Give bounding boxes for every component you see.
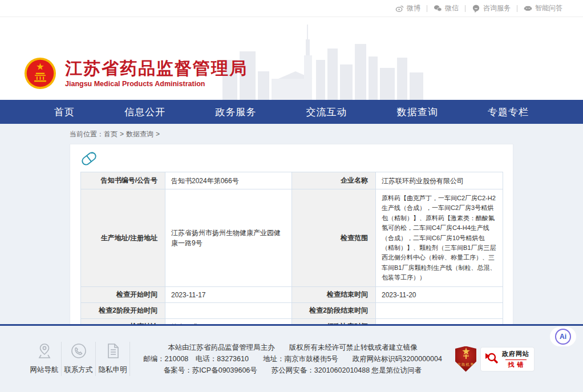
magnifier-icon <box>484 351 499 368</box>
consult-chat-icon <box>472 4 480 13</box>
inspection-detail-table: 告知书编号/公告号 告知书2024年第066号 企业名称 江苏联环药业股份有限公… <box>80 172 503 324</box>
field-label-inspection-scope: 检查范围 <box>292 189 376 287</box>
party-badge-emblem-icon <box>460 346 472 361</box>
ai-icon: Ai <box>555 329 571 345</box>
field-label-end-date: 检查结束时间 <box>292 287 376 303</box>
consult-service-link[interactable]: 咨询服务 <box>472 3 511 13</box>
breadcrumb: 当前位置：首页>数据查询> <box>70 124 513 144</box>
footer-link-site-map[interactable]: 网站导航 <box>27 342 62 376</box>
nav-item-interaction[interactable]: 交流互动 <box>306 106 347 119</box>
nav-item-data-query[interactable]: 数据查询 <box>397 106 438 119</box>
footer-quick-links: 网站导航 联系方式 隐私申明 <box>27 342 130 376</box>
table-row: 检查结论 符合要求 行政决定时间 2024-01-26 <box>81 319 503 324</box>
breadcrumb-section-link[interactable]: 数据查询 <box>126 130 153 138</box>
field-value-address: 江苏省扬州市扬州生物健康产业园健康一路9号 <box>165 189 292 287</box>
party-gov-badge[interactable]: 党政机关 <box>455 346 476 372</box>
map-pin-icon <box>37 343 52 361</box>
national-emblem-icon <box>24 57 56 90</box>
weibo-label: 微博 <box>407 3 420 13</box>
field-label-notice-number: 告知书编号/公告号 <box>81 172 165 189</box>
nav-item-info-disclosure[interactable]: 信息公开 <box>124 106 165 119</box>
site-error-report-badge[interactable]: 政府网站 找错 <box>481 347 534 371</box>
footer-badges: 党政机关 政府网站 找错 <box>455 346 534 372</box>
breadcrumb-prefix: 当前位置： <box>70 130 104 138</box>
wechat-label: 微信 <box>445 3 459 13</box>
field-label-decision-date: 行政决定时间 <box>292 319 376 324</box>
field-label-company-name: 企业名称 <box>292 172 376 189</box>
party-badge-label: 党政机关 <box>458 362 475 367</box>
field-label-phase2-end: 检查2阶段结束时间 <box>292 303 376 319</box>
ai-assistant-button[interactable]: Ai <box>550 327 576 346</box>
logo-link[interactable]: 江苏省药品监督管理局 Jiangsu Medical Products Admi… <box>24 57 248 90</box>
site-check-title: 政府网站 <box>502 350 529 358</box>
field-value-notice-number: 告知书2024年第066号 <box>165 172 292 189</box>
smart-qa-link[interactable]: 智能问答 <box>524 3 562 13</box>
field-value-start-date: 2023-11-17 <box>165 287 292 303</box>
site-title: 江苏省药品监督管理局 <box>65 59 248 78</box>
weibo-link[interactable]: 微博 <box>395 3 420 13</box>
footer-link-label: 联系方式 <box>64 365 93 375</box>
phone-icon <box>71 343 87 361</box>
field-value-phase2-end <box>376 303 503 319</box>
topbar-separator <box>465 5 465 12</box>
site-check-action: 找错 <box>505 359 527 369</box>
nav-item-home[interactable]: 首页 <box>54 106 75 119</box>
inspection-detail-card: 告知书编号/公告号 告知书2024年第066号 企业名称 江苏联环药业股份有限公… <box>70 144 513 324</box>
footer-link-label: 网站导航 <box>30 365 59 375</box>
field-value-end-date: 2023-11-20 <box>376 287 503 303</box>
site-subtitle: Jiangsu Medical Products Administration <box>65 80 248 88</box>
footer-link-label: 隐私申明 <box>99 365 127 375</box>
table-row: 告知书编号/公告号 告知书2024年第066号 企业名称 江苏联环药业股份有限公… <box>81 172 503 189</box>
pill-capsule-icon <box>80 150 98 167</box>
nav-item-gov-services[interactable]: 政务服务 <box>215 106 256 119</box>
footer-copyright-block: 本站由江苏省药品监督管理局主办 版权所有未经许可禁止转载或者建立镜像 邮编：21… <box>130 342 455 376</box>
consult-service-label: 咨询服务 <box>483 3 511 13</box>
footer: 网站导航 联系方式 隐私申明 本站由江苏省药品监督管理局主办 版权所有未经许可禁… <box>0 326 583 392</box>
city-skyline-graphic <box>222 20 428 100</box>
site-header: 江苏省药品监督管理局 Jiangsu Medical Products Admi… <box>0 17 583 100</box>
breadcrumb-separator: > <box>156 130 160 138</box>
field-label-phase2-start: 检查2阶段开始时间 <box>81 303 165 319</box>
field-label-start-date: 检查开始时间 <box>81 287 165 303</box>
footer-link-privacy[interactable]: 隐私申明 <box>96 342 130 376</box>
breadcrumb-home-link[interactable]: 首页 <box>104 130 118 138</box>
main-content: 当前位置：首页>数据查询> 告知书编号/公告号 告知书2024年第066号 企业… <box>0 124 583 324</box>
table-row: 检查开始时间 2023-11-17 检查结束时间 2023-11-20 <box>81 287 503 303</box>
smart-qa-label: 智能问答 <box>535 3 562 13</box>
privacy-doc-icon <box>106 343 120 361</box>
site-check-text: 政府网站 找错 <box>502 350 529 369</box>
field-value-company-name: 江苏联环药业股份有限公司 <box>376 172 503 189</box>
topbar-separator <box>517 5 517 12</box>
field-label-address: 生产地址/注册地址 <box>81 189 165 287</box>
topbar-separator <box>427 5 427 12</box>
footer-link-contact[interactable]: 联系方式 <box>62 342 96 376</box>
field-value-phase2-start <box>165 303 292 319</box>
robot-qa-icon <box>524 4 532 13</box>
field-value-conclusion: 符合要求 <box>165 319 292 324</box>
footer-line-host: 本站由江苏省药品监督管理局主办 版权所有未经许可禁止转载或者建立镜像 <box>130 342 455 353</box>
breadcrumb-separator: > <box>120 130 124 138</box>
table-row: 生产地址/注册地址 江苏省扬州市扬州生物健康产业园健康一路9号 检查范围 原料药… <box>81 189 503 287</box>
footer-line-icp: 备案号：苏ICP备09039606号 苏公网安备：32010602010488 … <box>130 365 455 376</box>
site-title-block: 江苏省药品监督管理局 Jiangsu Medical Products Admi… <box>65 59 248 88</box>
main-nav: 首页 信息公开 政务服务 交流互动 数据查询 专题专栏 <box>0 100 583 124</box>
field-label-conclusion: 检查结论 <box>81 319 165 324</box>
footer-line-contact: 邮编：210008 电话：83273610 地址：南京市鼓楼街5号 政府网站标识… <box>130 353 455 365</box>
wechat-icon <box>434 4 442 13</box>
top-utility-bar: 微博 微信 咨询服务 智能问答 <box>0 0 583 17</box>
table-row: 检查2阶段开始时间 检查2阶段结束时间 <box>81 303 503 319</box>
field-value-decision-date: 2024-01-26 <box>376 319 503 324</box>
wechat-link[interactable]: 微信 <box>434 3 459 13</box>
weibo-icon <box>395 4 404 13</box>
field-value-inspection-scope: 原料药【曲克芦丁，一车间C2厂房C2-H2生产线（合成），一车间C2厂房3号精烘… <box>376 189 503 287</box>
nav-item-special-topics[interactable]: 专题专栏 <box>488 106 529 119</box>
